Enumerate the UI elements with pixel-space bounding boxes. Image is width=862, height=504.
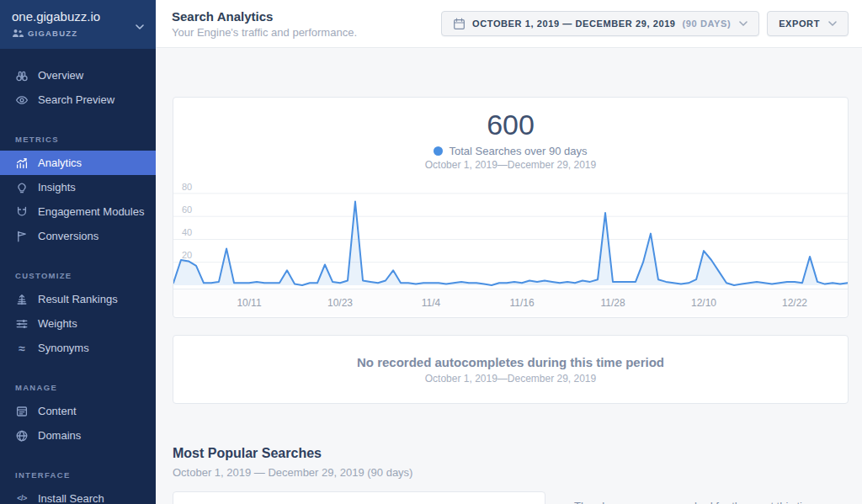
chart-plot-area[interactable]: 20406080 (173, 179, 848, 289)
code-icon: </> (15, 492, 29, 504)
content-icon (15, 405, 29, 418)
autocompletes-card: No recorded autocompletes during this ti… (173, 335, 849, 404)
sidebar-item-label: Synonyms (38, 342, 89, 354)
page-subtitle: Your Engine's traffic and performance. (172, 26, 357, 39)
x-axis-label: 11/28 (600, 297, 625, 309)
sidebar-item-label: Install Search (38, 492, 104, 504)
flag-icon (15, 230, 29, 243)
export-button[interactable]: EXPORT (767, 11, 849, 36)
section-title: Most Popular Searches (173, 446, 849, 461)
chevron-down-icon (136, 18, 144, 33)
total-searches-value: 600 (173, 109, 848, 141)
autocompletes-date-range: October 1, 2019—December 29, 2019 (425, 373, 596, 385)
sidebar-section-label-metrics: METRICS (0, 135, 156, 144)
sidebar-item-overview[interactable]: Overview (0, 63, 156, 88)
result-rankings-icon (15, 293, 29, 306)
legend-dot-icon (434, 146, 443, 156)
export-label: EXPORT (779, 19, 820, 29)
x-axis-label: 11/4 (422, 297, 440, 309)
sidebar-item-domains[interactable]: Domains (0, 423, 156, 448)
sidebar-item-label: Domains (38, 429, 81, 442)
x-axis-label: 10/11 (237, 297, 261, 309)
magnet-icon (15, 205, 29, 219)
engine-name: one.gigabuzz.io (12, 9, 144, 24)
sidebar-nav: OverviewSearch PreviewMETRICSAnalyticsIn… (0, 49, 156, 504)
chart-legend-label: Total Searches over 90 days (449, 145, 587, 157)
synonyms-icon: ≈ (15, 342, 29, 355)
lightbulb-icon (15, 181, 29, 194)
main-panel: Search Analytics Your Engine's traffic a… (156, 0, 862, 504)
section-subtitle: October 1, 2019 — December 29, 2019 (90 … (173, 466, 849, 479)
content-area: 600 Total Searches over 90 days October … (156, 48, 862, 504)
chevron-down-icon (828, 21, 837, 26)
sidebar-item-analytics[interactable]: Analytics (0, 151, 156, 175)
y-axis-label: 40 (182, 227, 192, 237)
binoculars-icon (15, 69, 29, 82)
account-name: GIGABUZZ (28, 29, 77, 38)
calendar-icon (453, 18, 466, 30)
x-axis-label: 12/10 (691, 297, 716, 309)
date-range-button[interactable]: OCTOBER 1, 2019 — DECEMBER 29, 2019 (90 … (441, 11, 759, 36)
sidebar-item-label: Analytics (38, 157, 82, 169)
sidebar-item-label: Conversions (38, 230, 98, 242)
section-description: The phrases users searched for the most … (574, 491, 849, 504)
sidebar-item-engagement-modules[interactable]: Engagement Modules (0, 199, 156, 224)
sidebar-item-insights[interactable]: Insights (0, 175, 156, 199)
date-range-days: (90 DAYS) (683, 19, 732, 29)
weights-icon (15, 317, 29, 331)
searches-line-chart (173, 179, 848, 289)
people-icon (12, 29, 24, 38)
sidebar-item-label: Engagement Modules (38, 205, 144, 218)
x-axis-label: 12/22 (782, 297, 807, 309)
sidebar-item-search-preview[interactable]: Search Preview (0, 88, 156, 112)
x-axis-label: 10/23 (327, 297, 353, 309)
sidebar-item-label: Weights (38, 317, 77, 330)
eye-icon (15, 93, 29, 107)
sidebar-item-label: Content (38, 405, 77, 417)
sidebar-item-label: Overview (38, 69, 83, 82)
y-axis-label: 20 (182, 250, 192, 260)
sidebar-item-label: Insights (38, 181, 76, 194)
analytics-icon (15, 157, 29, 170)
sidebar-item-label: Search Preview (38, 93, 114, 106)
y-axis-label: 60 (182, 204, 192, 215)
sidebar-item-conversions[interactable]: Conversions (0, 224, 156, 248)
sidebar-item-weights[interactable]: Weights (0, 311, 156, 336)
chart-date-range: October 1, 2019—December 29, 2019 (173, 159, 848, 171)
sidebar-item-install-search[interactable]: </>Install Search (0, 486, 156, 504)
chart-x-axis: 10/1110/2311/411/1611/2812/1012/22 (173, 289, 848, 316)
sidebar-item-content[interactable]: Content (0, 399, 156, 423)
sidebar-item-label: Result Rankings (38, 293, 118, 305)
x-axis-label: 11/16 (509, 297, 534, 309)
date-range-label: OCTOBER 1, 2019 — DECEMBER 29, 2019 (472, 19, 676, 29)
total-searches-card: 600 Total Searches over 90 days October … (173, 97, 849, 318)
sidebar-section-label-customize: CUSTOMIZE (0, 271, 156, 280)
sidebar-item-synonyms[interactable]: ≈Synonyms (0, 336, 156, 360)
sidebar-section-label-interface: INTERFACE (0, 470, 156, 480)
top-bar: Search Analytics Your Engine's traffic a… (156, 0, 862, 48)
autocompletes-message: No recorded autocompletes during this ti… (357, 355, 664, 369)
page-title: Search Analytics (172, 9, 357, 24)
popular-searches-table: QUERY SEARCHES (173, 491, 545, 504)
globe-icon (15, 429, 29, 443)
y-axis-label: 80 (182, 182, 192, 192)
sidebar: one.gigabuzz.io GIGABUZZ OverviewSearch … (0, 0, 156, 504)
engine-switcher[interactable]: one.gigabuzz.io GIGABUZZ (0, 0, 156, 49)
sidebar-section-label-manage: MANAGE (0, 383, 156, 392)
chevron-down-icon (739, 21, 748, 26)
most-popular-searches-section: Most Popular Searches October 1, 2019 — … (173, 446, 849, 504)
sidebar-item-result-rankings[interactable]: Result Rankings (0, 287, 156, 311)
